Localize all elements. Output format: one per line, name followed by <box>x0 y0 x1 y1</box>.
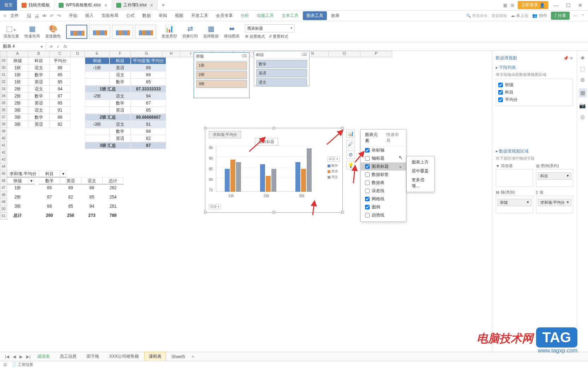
cell[interactable]: 3班 <box>7 121 28 128</box>
cell[interactable]: 88.66666667 <box>131 114 166 121</box>
menu-file[interactable]: 文件 <box>7 11 22 20</box>
undo-icon[interactable]: ↶ <box>50 13 54 19</box>
pivot-icon[interactable]: ▦ <box>579 88 587 97</box>
coop-button[interactable]: 👥 协作 <box>532 13 547 19</box>
slicer-item[interactable]: 英语 <box>256 69 307 77</box>
chart-bar[interactable] <box>295 162 300 192</box>
chart-bar[interactable] <box>225 169 230 192</box>
chart-title-dropdown[interactable]: 图表标题 <box>245 24 294 32</box>
col-header[interactable]: A <box>7 51 28 57</box>
popup-tab-layout[interactable]: 快速布局 <box>386 132 402 144</box>
cell[interactable]: 88 <box>49 64 71 71</box>
row-header[interactable]: 47 <box>0 184 7 191</box>
cell[interactable]: 总计 <box>102 177 124 184</box>
ribbon-quick-layout[interactable]: ▦快速布局 <box>24 24 40 39</box>
ribbon-switch-rc[interactable]: ⇄切换行列 <box>182 24 198 39</box>
row-header[interactable]: 43 <box>0 156 7 163</box>
sheet-tab[interactable]: 员工信息 <box>55 352 81 361</box>
cell[interactable]: 89 <box>60 184 81 191</box>
row-header[interactable]: 37 <box>0 114 7 121</box>
menu-texttool[interactable]: 文本工具 <box>278 11 302 20</box>
cell[interactable]: 94 <box>81 203 102 210</box>
row-header[interactable]: 42 <box>0 149 7 156</box>
row-header[interactable]: 39 <box>0 128 7 135</box>
cell[interactable]: 256 <box>60 212 81 219</box>
cell[interactable]: 数学 <box>110 78 131 85</box>
menu-formula[interactable]: 公式 <box>123 11 138 20</box>
cell[interactable]: 3班 <box>7 114 28 121</box>
cell[interactable]: 总计 <box>7 212 28 219</box>
cloud-status[interactable]: ☁ 未上云 <box>511 13 529 19</box>
menu-icon[interactable]: ≡ <box>4 13 6 18</box>
pin-icon[interactable]: 📌 <box>563 56 569 61</box>
row-header[interactable]: 44 <box>0 163 7 170</box>
chart-element-checkbox[interactable]: 坐标轴 <box>361 146 406 154</box>
menu-analysis[interactable]: 分析 <box>237 11 253 20</box>
row-header[interactable]: 33 <box>0 85 7 93</box>
chart-tip-button[interactable]: 💡 <box>346 161 355 170</box>
cell[interactable]: 88 <box>131 128 166 135</box>
cell[interactable]: 1班 <box>7 64 28 71</box>
tab-nav-next[interactable]: ▶ <box>18 354 24 359</box>
field-list-header[interactable]: 字段列表 <box>499 65 516 70</box>
ribbon-change-color[interactable]: 🎨更改颜色 <box>45 24 61 39</box>
cell[interactable]: 789 <box>102 212 124 219</box>
tab-doc-2[interactable]: 工作簿3.xlsx× <box>112 0 158 11</box>
chart-bar[interactable] <box>230 160 235 192</box>
cell[interactable]: 82 <box>49 121 71 128</box>
cell[interactable] <box>85 71 110 78</box>
cell[interactable]: 语文 <box>110 93 131 100</box>
cell[interactable]: 3班 汇总 <box>85 142 131 149</box>
cell[interactable]: 求和项:平均分 <box>7 170 39 177</box>
row-header[interactable]: 31 <box>0 71 7 78</box>
cell[interactable]: 87 <box>39 194 60 201</box>
sheet-tab[interactable]: Sheet5 <box>167 352 189 361</box>
cell[interactable]: 科目 <box>39 170 60 177</box>
chart-title[interactable]: 图表标题 <box>255 138 278 146</box>
cell[interactable]: 85 <box>81 194 102 201</box>
style-thumb[interactable] <box>66 25 87 39</box>
cell[interactable]: 2班 <box>7 85 28 93</box>
row-header[interactable]: 34 <box>0 93 7 100</box>
axis-drop-area[interactable]: 班级▾ <box>496 196 533 213</box>
ribbon-change-type[interactable]: 📊更改类型 <box>161 24 177 39</box>
submenu-item[interactable]: 更多选项... <box>407 176 434 190</box>
cell[interactable]: 85 <box>131 78 166 85</box>
cell[interactable]: 数学 <box>110 100 131 107</box>
chart-elements-button[interactable]: 📊 <box>346 129 355 138</box>
settings-icon[interactable]: ⚙ <box>580 77 585 83</box>
login-button[interactable]: 立即登录👤 <box>518 1 548 9</box>
slicer-subject[interactable]: 科目⌫ 数学 英语 语文 <box>254 51 310 86</box>
cell[interactable]: 语文 <box>110 121 131 128</box>
row-header[interactable]: 38 <box>0 121 7 128</box>
diamond-icon[interactable]: ◈ <box>581 54 585 61</box>
chart-bar[interactable] <box>301 169 306 192</box>
col-header[interactable]: D <box>71 51 85 57</box>
maximize-button[interactable]: ☐ <box>564 2 572 8</box>
row-header[interactable]: 30 <box>0 64 7 71</box>
share-button[interactable]: ⤴ 分享 <box>551 12 570 20</box>
cell[interactable]: 语文 <box>81 177 102 184</box>
close-icon[interactable]: ✕ <box>570 56 573 61</box>
cell[interactable]: 85 <box>131 107 166 114</box>
chart-bar[interactable] <box>236 162 241 192</box>
cell[interactable]: 85 <box>39 184 60 191</box>
col-header[interactable]: O <box>329 51 360 57</box>
chart-element-checkbox[interactable]: 误差线 <box>361 187 406 195</box>
axis-chip[interactable]: 班级▾ <box>498 199 531 206</box>
slicer-class[interactable]: 班级⌫ 1班 2班 3班 <box>194 52 249 98</box>
style-thumb[interactable] <box>89 25 110 39</box>
col-header[interactable]: B <box>28 51 49 57</box>
cell[interactable]: ▫2班 <box>85 93 110 100</box>
cell[interactable] <box>85 107 110 114</box>
filter-drop-area[interactable] <box>496 169 533 187</box>
clear-filter-icon[interactable]: ⌫ <box>241 54 247 59</box>
cell[interactable]: 语文 <box>110 71 131 78</box>
cell[interactable] <box>85 78 110 85</box>
pivot-chart[interactable]: 求和项:平均分 图表标题 75 80 85 90 95 1班 2班 3班 科目 <box>205 128 343 213</box>
menu-dev[interactable]: 开发工具 <box>188 11 212 20</box>
close-icon[interactable]: × <box>104 2 107 8</box>
menu-view[interactable]: 视图 <box>171 11 187 20</box>
save-icon[interactable]: 🖫 <box>27 13 31 19</box>
cell[interactable]: 88 <box>131 71 166 78</box>
